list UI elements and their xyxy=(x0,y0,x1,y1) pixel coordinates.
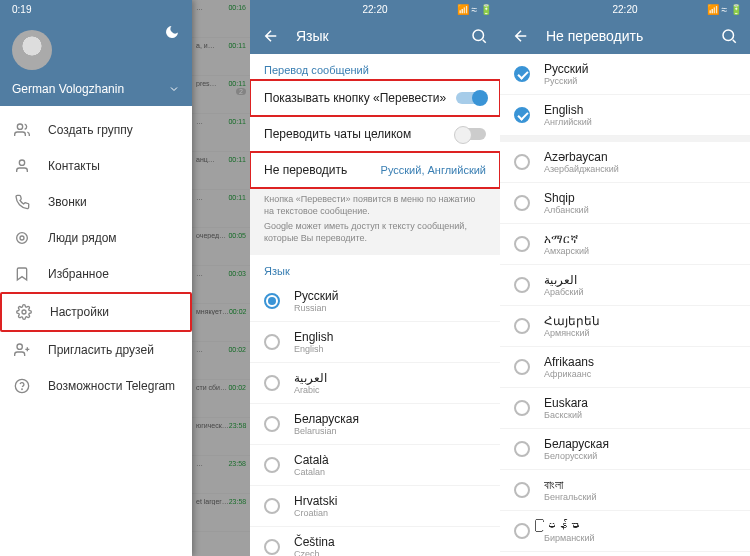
section-translate-header: Перевод сообщений xyxy=(250,54,500,80)
language-sub: Croatian xyxy=(294,508,337,518)
status-bar: 0:19 xyxy=(12,0,180,18)
page-title: Язык xyxy=(296,28,454,44)
checkbox-icon[interactable] xyxy=(514,318,530,334)
language-check-option[interactable]: БългарскиБолгарский xyxy=(500,552,750,556)
language-name: Azərbaycan xyxy=(544,150,619,164)
row-value: Русский, Английский xyxy=(381,164,486,176)
contact-icon xyxy=(14,158,30,174)
row-label: Не переводить xyxy=(264,163,347,177)
drawer-item-help[interactable]: Возможности Telegram xyxy=(0,368,192,404)
language-check-option[interactable]: বাংলাБенгальский xyxy=(500,470,750,511)
avatar[interactable] xyxy=(12,30,52,70)
language-sub: Белорусский xyxy=(544,451,609,461)
drawer-item-bookmark[interactable]: Избранное xyxy=(0,256,192,292)
checkbox-icon[interactable] xyxy=(514,441,530,457)
checkbox-icon[interactable] xyxy=(514,400,530,416)
language-check-option[interactable]: БеларускаяБелорусский xyxy=(500,429,750,470)
language-check-option[interactable]: EnglishАнглийский xyxy=(500,95,750,136)
drawer-item-invite[interactable]: Пригласить друзей xyxy=(0,332,192,368)
language-check-option[interactable]: EuskaraБаскский xyxy=(500,388,750,429)
language-check-option[interactable]: ShqipАлбанский xyxy=(500,183,750,224)
row-do-not-translate[interactable]: Не переводить Русский, Английский xyxy=(250,152,500,188)
checkbox-icon[interactable] xyxy=(514,154,530,170)
drawer-item-label: Создать группу xyxy=(48,123,133,137)
checkbox-icon[interactable] xyxy=(514,359,530,375)
language-name: English xyxy=(294,330,333,344)
language-sub: Russian xyxy=(294,303,339,313)
toggle-off-icon[interactable] xyxy=(456,128,486,140)
language-sub: Бенгальский xyxy=(544,492,596,502)
language-check-option[interactable]: ՀայերենАрмянский xyxy=(500,306,750,347)
signal-icon: 📶 xyxy=(707,4,719,15)
radio-icon[interactable] xyxy=(264,416,280,432)
language-option[interactable]: ČeštinaCzech xyxy=(250,527,500,556)
drawer-item-label: Возможности Telegram xyxy=(48,379,175,393)
chat-row-dimmed: …00:11 xyxy=(192,114,250,152)
search-icon[interactable] xyxy=(720,27,738,45)
drawer-item-label: Настройки xyxy=(50,305,109,319)
app-bar: Язык xyxy=(250,18,500,54)
language-option[interactable]: HrvatskiCroatian xyxy=(250,486,500,527)
checkbox-icon[interactable] xyxy=(514,482,530,498)
language-sub: Catalan xyxy=(294,467,329,477)
language-option[interactable]: БеларускаяBelarusian xyxy=(250,404,500,445)
checkbox-icon[interactable] xyxy=(514,277,530,293)
search-icon[interactable] xyxy=(470,27,488,45)
night-mode-icon[interactable] xyxy=(164,24,180,40)
screen-do-not-translate: 📶 ≈ 🔋 22:20 Не переводить РусскийРусский… xyxy=(500,0,750,556)
screen-language-settings: 📶 ≈ 🔋 22:20 Язык Перевод сообщений Показ… xyxy=(250,0,500,556)
checkbox-icon[interactable] xyxy=(514,107,530,123)
chat-row-dimmed: pres…00:112 xyxy=(192,76,250,114)
language-check-option[interactable]: မြန်မာБирманский xyxy=(500,511,750,552)
group-icon xyxy=(14,122,30,138)
svg-point-9 xyxy=(723,30,734,41)
language-name: မြန်မာ xyxy=(544,519,595,533)
chat-row-dimmed: et larger…23:58 xyxy=(192,494,250,532)
radio-icon[interactable] xyxy=(264,539,280,555)
language-name: Hrvatski xyxy=(294,494,337,508)
language-sub: Belarusian xyxy=(294,426,359,436)
language-check-option[interactable]: العربيةАрабский xyxy=(500,265,750,306)
chevron-down-icon[interactable] xyxy=(168,83,180,95)
wifi-icon: ≈ xyxy=(472,4,478,15)
language-option[interactable]: EnglishEnglish xyxy=(250,322,500,363)
language-check-option[interactable]: РусскийРусский xyxy=(500,54,750,95)
row-translate-whole-chats[interactable]: Переводить чаты целиком xyxy=(250,116,500,152)
checkbox-icon[interactable] xyxy=(514,195,530,211)
checkbox-icon[interactable] xyxy=(514,236,530,252)
language-option[interactable]: РусскийRussian xyxy=(250,281,500,322)
language-check-option[interactable]: AfrikaansАфрикаанс xyxy=(500,347,750,388)
back-icon[interactable] xyxy=(262,27,280,45)
drawer-item-contact[interactable]: Контакты xyxy=(0,148,192,184)
language-sub: Азербайджанский xyxy=(544,164,619,174)
hint-text: Кнопка «Перевести» появится в меню по на… xyxy=(250,188,500,255)
call-icon xyxy=(14,194,30,210)
checkbox-icon[interactable] xyxy=(514,66,530,82)
radio-icon[interactable] xyxy=(264,375,280,391)
drawer-item-nearby[interactable]: Люди рядом xyxy=(0,220,192,256)
clock: 0:19 xyxy=(12,4,31,15)
signal-icon: 📶 xyxy=(457,4,469,15)
drawer-item-group[interactable]: Создать группу xyxy=(0,112,192,148)
status-icons: 📶 ≈ 🔋 xyxy=(707,4,743,15)
language-option[interactable]: العربيةArabic xyxy=(250,363,500,404)
language-checklist: РусскийРусскийEnglishАнглийскийAzərbayca… xyxy=(500,54,750,556)
language-check-option[interactable]: AzərbaycanАзербайджанский xyxy=(500,142,750,183)
svg-point-2 xyxy=(20,236,24,240)
radio-icon[interactable] xyxy=(264,293,280,309)
radio-icon[interactable] xyxy=(264,457,280,473)
back-icon[interactable] xyxy=(512,27,530,45)
svg-point-8 xyxy=(473,30,484,41)
drawer-item-call[interactable]: Звонки xyxy=(0,184,192,220)
toggle-on-icon[interactable] xyxy=(456,92,486,104)
row-show-translate-button[interactable]: Показывать кнопку «Перевести» xyxy=(250,80,500,116)
language-option[interactable]: CatalàCatalan xyxy=(250,445,500,486)
radio-icon[interactable] xyxy=(264,498,280,514)
checkbox-icon[interactable] xyxy=(514,523,530,539)
language-name: Русский xyxy=(544,62,589,76)
language-check-option[interactable]: አማርኛАмхарский xyxy=(500,224,750,265)
drawer-item-settings[interactable]: Настройки xyxy=(0,292,192,332)
radio-icon[interactable] xyxy=(264,334,280,350)
hint-line: Google может иметь доступ к тексту сообщ… xyxy=(264,221,486,244)
language-name: বাংলা xyxy=(544,478,596,492)
